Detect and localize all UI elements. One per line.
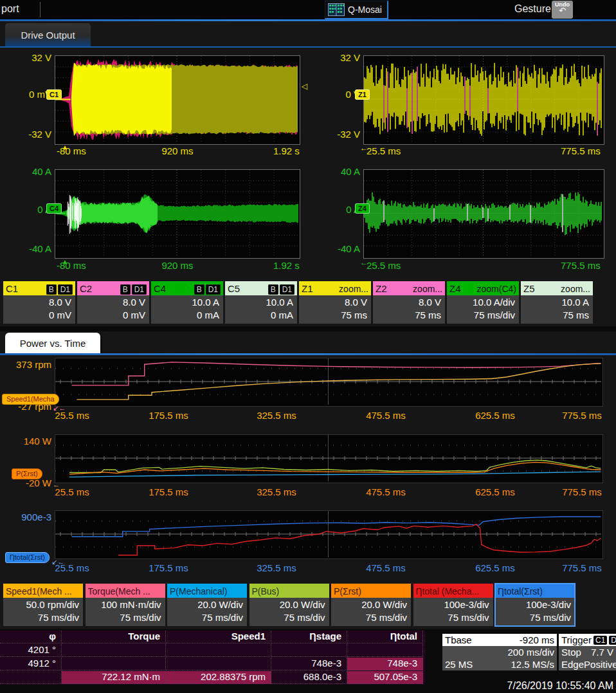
measure-box-6[interactable]: Ƞtotal(Σrst)100e-3/div75 ms/div <box>495 584 575 626</box>
channel-offset: 75 ms <box>374 309 441 322</box>
channel-box-values: 10.0 A0 mA <box>151 295 223 324</box>
channel-box-c4[interactable]: C4BD110.0 A0 mA <box>151 281 223 324</box>
channel-box-header: C1BD1 <box>3 281 75 295</box>
trace-badge-speed1[interactable]: Speed1(Mecha <box>2 394 59 405</box>
channel-box-values: 10.0 A0 mA <box>225 295 297 324</box>
trigger-position-marker[interactable]: ▲ <box>62 143 68 151</box>
trigger-mode: Stop <box>561 647 581 658</box>
channel-box-z2[interactable]: Z2zoom...8.0 V75 ms <box>373 281 445 324</box>
y-label: 32 V <box>16 52 51 63</box>
tab-power-vs-time[interactable]: Power vs. Time <box>5 333 100 354</box>
table-row[interactable]: 4201 ° <box>0 644 426 657</box>
table-row[interactable]: 722.12 mN·m202.88375 rpm688.0e-3507.05e-… <box>0 671 426 684</box>
waveform-plot-z1-zoom-voltage[interactable] <box>363 55 604 145</box>
x-label: 175.5 ms <box>149 486 188 497</box>
y-label: 373 rpm <box>6 359 51 370</box>
menu-divider <box>40 2 41 17</box>
badge-d1: D1 <box>132 284 147 295</box>
analysis-plot-efficiency[interactable] <box>55 510 603 559</box>
x-label: 25.5 ms <box>367 145 401 156</box>
analysis-plot-speed[interactable] <box>55 358 603 407</box>
drive-output-panel: Drive Output 32 V 0 mV -32 V C1 ◁ 32 V 0… <box>0 21 616 326</box>
measure-box-2[interactable]: P(Mechanical)20.0 W/div75 ms/div <box>167 584 247 626</box>
undo-button[interactable]: Undo ↶ <box>552 1 573 19</box>
channel-scale: 10.0 A <box>152 296 219 309</box>
channel-scale: 10.0 A/div <box>448 296 515 309</box>
measure-timebase: 75 ms/div <box>168 611 243 624</box>
table-row[interactable]: 4912 °748e-3748e-3 <box>0 658 426 670</box>
measure-box-1[interactable]: Torque(Mech ...100 mN·m/div75 ms/div <box>86 584 165 626</box>
channel-box-c5[interactable]: C5BD110.0 A0 mA <box>225 281 297 324</box>
x-label: 175.5 ms <box>149 562 188 573</box>
zoom-source-label: zoom... <box>339 284 368 294</box>
y-label: -40 A <box>325 243 360 254</box>
measure-box-values: 20.0 W/div75 ms/div <box>249 598 329 626</box>
measure-timebase: 75 ms/div <box>415 611 489 624</box>
x-label: 775.5 ms <box>561 145 601 156</box>
trigger-position-marker[interactable]: ▲ <box>62 258 68 265</box>
measure-timebase: 75 ms/div <box>332 611 407 624</box>
tab-underline <box>0 353 616 355</box>
trace-badge-eta-total[interactable]: Ƞtotal(Σrst) <box>5 552 50 563</box>
channel-box-header: C2BD1 <box>77 281 149 295</box>
channel-box-header: Z2zoom... <box>373 281 445 295</box>
measure-label: Speed1(Mech ... <box>6 586 72 596</box>
measure-label: Ƞtotal (Mecha... <box>416 586 480 596</box>
waveform-plot-z4-zoom-current[interactable] <box>363 169 604 259</box>
measure-scale: 100e-3/div <box>496 598 571 611</box>
measure-label: P(Mechanical) <box>170 586 227 596</box>
tab-drive-output[interactable]: Drive Output <box>5 23 91 46</box>
channel-id: Z2 <box>376 283 387 294</box>
measure-scale: 20.0 W/div <box>168 598 243 611</box>
trigger-box[interactable]: Trigger C1 DC Stop 7.7 V Edge Positive <box>559 634 616 670</box>
trace-badge-p-sigma-rst[interactable]: P(Σrst) <box>12 468 42 479</box>
channel-indicator-c4[interactable]: C4 <box>46 203 62 214</box>
channel-box-z5[interactable]: Z5zoom...10.0 A75 ms <box>521 281 593 324</box>
timebase-box[interactable]: Tbase -920 ms 200 ms/div 25 MS 12.5 MS/s <box>442 634 557 670</box>
zoom-indicator-z1[interactable]: Z1 <box>355 89 370 100</box>
menu-item-clipped[interactable]: port <box>1 3 19 15</box>
channel-scale: 8.0 V <box>78 296 145 309</box>
zoom-indicator-z4[interactable]: Z4 <box>355 203 370 214</box>
measure-box-0[interactable]: Speed1(Mech ...50.0 rpm/div75 ms/div <box>3 584 83 626</box>
table-header-4: Ƞstage <box>271 631 347 643</box>
x-label: 775.5 ms <box>561 260 601 271</box>
measure-box-header: P(Mechanical) <box>167 584 247 598</box>
channel-box-z1[interactable]: Z1zoom...8.0 V75 ms <box>299 281 371 324</box>
x-label: 25.5 ms <box>55 486 89 497</box>
table-header-2: Torque <box>62 631 166 643</box>
tbase-scale: 200 ms/div <box>507 647 554 658</box>
measure-box-3[interactable]: P(Bus)20.0 W/div75 ms/div <box>249 584 329 626</box>
trigger-source-badge: C1 <box>593 636 607 645</box>
measure-box-5[interactable]: Ƞtotal (Mecha...100e-3/div75 ms/div <box>413 584 493 626</box>
channel-box-c1[interactable]: C1BD18.0 V0 mV <box>3 281 75 324</box>
measure-box-4[interactable]: P(Σrst)20.0 W/div75 ms/div <box>331 584 411 626</box>
measure-scale: 100e-3/div <box>415 598 489 611</box>
channel-box-values: 8.0 V75 ms <box>373 295 445 324</box>
channel-indicator-c1[interactable]: C1 <box>46 89 62 100</box>
channel-box-header: Z5zoom... <box>521 281 593 295</box>
channel-offset: 75 ms/div <box>448 309 515 322</box>
waveform-plot-c4-current[interactable] <box>55 169 300 259</box>
channel-box-c2[interactable]: C2BD18.0 V0 mV <box>77 281 149 324</box>
x-axis-labels: 25.5 ms175.5 ms325.5 ms475.5 ms625.5 ms7… <box>0 410 616 421</box>
badge-d1: D1 <box>58 284 73 295</box>
x-label: 25.5 ms <box>55 562 89 573</box>
analysis-plot-power[interactable] <box>55 434 603 483</box>
channel-box-values: 10.0 A75 ms <box>521 295 593 324</box>
waveform-plot-c1-voltage[interactable] <box>55 55 300 145</box>
x-label: 25.5 ms <box>367 260 401 271</box>
x-label: 775.5 ms <box>562 562 602 573</box>
x-label: 1.92 s <box>273 260 300 271</box>
channel-scale: 8.0 V <box>5 296 71 309</box>
channel-box-z4[interactable]: Z4zoom(C4)10.0 A/div75 ms/div <box>447 281 519 324</box>
measure-timebase: 75 ms/div <box>5 611 79 624</box>
tbase-title: Tbase <box>445 634 472 645</box>
x-label: 475.5 ms <box>366 486 406 497</box>
measure-label: Ƞtotal(Σrst) <box>498 586 543 596</box>
channel-offset: 0 mA <box>226 309 293 322</box>
qmosaic-button[interactable]: Q-Mosai <box>325 1 388 19</box>
channel-box-header: C4BD1 <box>151 281 223 295</box>
trigger-level-marker[interactable]: ◁ <box>302 82 307 91</box>
table-cell <box>0 671 62 684</box>
